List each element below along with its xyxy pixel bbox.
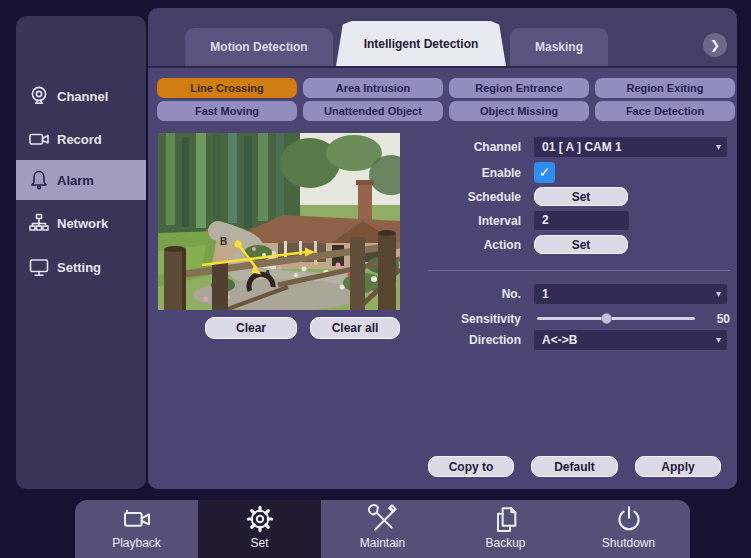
interval-label: Interval (408, 211, 521, 231)
tab-label: Masking (535, 40, 583, 54)
type-button-region-exiting[interactable]: Region Exiting (595, 78, 735, 98)
sensitivity-slider[interactable] (537, 317, 695, 320)
number-select[interactable]: 1 ▾ (534, 284, 727, 304)
type-label: Region Exiting (627, 82, 704, 94)
sensitivity-slider-thumb[interactable] (601, 313, 612, 324)
channel-select[interactable]: 01 [ A ] CAM 1 ▾ (534, 137, 727, 157)
type-label: Unattended Object (324, 105, 422, 117)
nav-playback[interactable]: Playback (75, 500, 198, 558)
default-button[interactable]: Default (531, 456, 618, 477)
nav-label: Playback (112, 536, 161, 550)
copy-to-button[interactable]: Copy to (428, 456, 514, 477)
tab-label: Motion Detection (210, 40, 307, 54)
tab-masking[interactable]: Masking (510, 28, 608, 66)
direction-select-value: A<->B (542, 333, 577, 347)
marker-a-label: A (264, 269, 271, 280)
nav-backup[interactable]: Backup (444, 500, 567, 558)
copy-pages-icon (490, 503, 522, 535)
clear-button-label: Clear (236, 321, 266, 335)
type-button-line-crossing[interactable]: Line Crossing (157, 78, 297, 98)
type-label: Region Entrance (475, 82, 562, 94)
chevron-right-icon: ❯ (710, 38, 720, 52)
enable-label: Enable (408, 163, 521, 183)
nav-label: Shutdown (602, 536, 655, 550)
caret-down-icon: ▾ (716, 137, 721, 157)
sensitivity-value: 50 (688, 309, 730, 329)
sidebar-item-label: Setting (57, 260, 101, 275)
detection-area-canvas[interactable]: B A (158, 133, 400, 310)
bottom-navbar: Playback Set Maintain Backup (75, 500, 690, 558)
direction-select[interactable]: A<->B ▾ (534, 330, 727, 350)
type-button-unattended-object[interactable]: Unattended Object (303, 101, 443, 121)
sidebar-item-channel[interactable]: Channel (16, 76, 146, 116)
tab-motion-detection[interactable]: Motion Detection (185, 28, 333, 66)
apply-button[interactable]: Apply (635, 456, 721, 477)
tabstrip-divider (148, 66, 737, 68)
type-button-fast-moving[interactable]: Fast Moving (157, 101, 297, 121)
direction-label: Direction (408, 330, 521, 350)
apply-label: Apply (661, 460, 694, 474)
nav-maintain[interactable]: Maintain (321, 500, 444, 558)
sidebar: Channel Record Alarm Network Setting (16, 16, 146, 489)
nav-label: Backup (485, 536, 525, 550)
main-panel: Motion Detection Intelligent Detection M… (148, 8, 737, 489)
video-camera-icon (121, 503, 153, 535)
number-select-value: 1 (542, 287, 549, 301)
tools-icon (367, 503, 399, 535)
type-button-area-intrusion[interactable]: Area Intrusion (303, 78, 443, 98)
type-label: Line Crossing (190, 82, 263, 94)
type-button-object-missing[interactable]: Object Missing (449, 101, 589, 121)
type-button-face-detection[interactable]: Face Detection (595, 101, 735, 121)
check-icon: ✓ (539, 164, 551, 180)
webcam-icon (27, 84, 51, 108)
monitor-icon (27, 255, 51, 279)
more-tabs-button[interactable]: ❯ (703, 33, 727, 57)
schedule-set-label: Set (572, 190, 591, 204)
clear-button[interactable]: Clear (205, 317, 297, 339)
action-label: Action (408, 235, 521, 255)
bell-icon (27, 168, 51, 192)
copy-to-label: Copy to (449, 460, 494, 474)
network-nodes-icon (27, 211, 51, 235)
channel-select-value: 01 [ A ] CAM 1 (542, 140, 622, 154)
sidebar-item-record[interactable]: Record (16, 119, 146, 159)
interval-input[interactable]: 2 (534, 211, 629, 230)
type-label: Area Intrusion (336, 82, 411, 94)
nav-label: Maintain (360, 536, 405, 550)
clear-all-button-label: Clear all (332, 321, 379, 335)
action-set-button[interactable]: Set (534, 235, 628, 254)
channel-label: Channel (408, 137, 521, 157)
sidebar-item-label: Channel (57, 89, 108, 104)
sidebar-item-label: Network (57, 216, 108, 231)
power-icon (613, 503, 645, 535)
number-label: No. (408, 284, 521, 304)
sidebar-item-network[interactable]: Network (16, 203, 146, 243)
clear-all-button[interactable]: Clear all (310, 317, 400, 339)
sidebar-item-label: Alarm (57, 173, 94, 188)
sidebar-item-alarm[interactable]: Alarm (16, 160, 146, 200)
default-label: Default (554, 460, 595, 474)
interval-value: 2 (542, 213, 549, 227)
tab-intelligent-detection[interactable]: Intelligent Detection (336, 21, 506, 66)
nav-set[interactable]: Set (198, 500, 321, 558)
marker-b-label: B (220, 236, 227, 247)
section-divider (428, 270, 730, 271)
type-label: Fast Moving (195, 105, 259, 117)
camera-preview-image: B A (158, 133, 400, 310)
nav-shutdown[interactable]: Shutdown (567, 500, 690, 558)
schedule-label: Schedule (408, 187, 521, 207)
video-camera-icon (27, 127, 51, 151)
schedule-set-button[interactable]: Set (534, 187, 628, 206)
sensitivity-label: Sensitivity (408, 309, 521, 329)
caret-down-icon: ▾ (716, 330, 721, 350)
tab-label: Intelligent Detection (364, 37, 479, 51)
type-label: Face Detection (626, 105, 704, 117)
sidebar-item-setting[interactable]: Setting (16, 247, 146, 287)
caret-down-icon: ▾ (716, 284, 721, 304)
type-label: Object Missing (480, 105, 558, 117)
enable-checkbox[interactable]: ✓ (534, 162, 555, 183)
action-set-label: Set (572, 238, 591, 252)
type-button-region-entrance[interactable]: Region Entrance (449, 78, 589, 98)
sidebar-item-label: Record (57, 132, 102, 147)
gear-icon (244, 503, 276, 535)
